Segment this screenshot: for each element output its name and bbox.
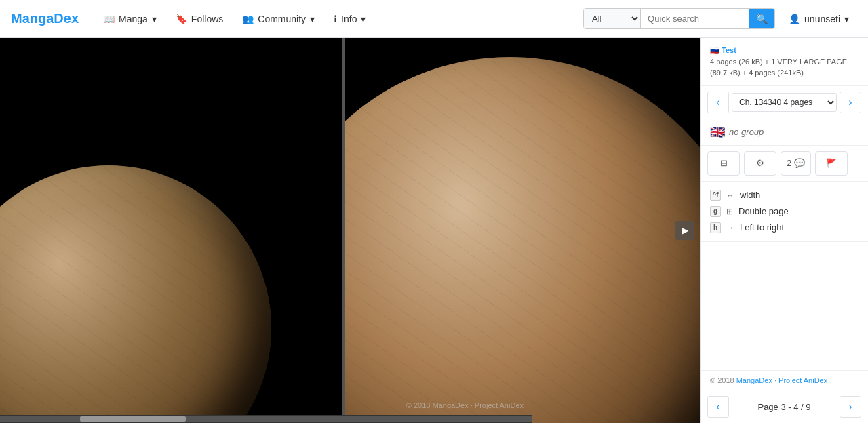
display-settings-button[interactable]: ⚙ xyxy=(744,151,776,176)
info-icon: ℹ xyxy=(334,14,337,24)
prev-page-button[interactable]: ‹ xyxy=(707,396,729,418)
user-menu[interactable]: 👤 ununseti ▾ xyxy=(781,9,857,28)
scrollbar-track xyxy=(0,416,532,422)
setting-row-direction: h → Left to right xyxy=(710,220,859,236)
sidebar: 🇷🇺 Test 4 pages (26 kB) + 1 VERY LARGE P… xyxy=(700,38,868,423)
brand-logo[interactable]: MangaDex xyxy=(11,11,79,26)
page-nav: ‹ Page 3 - 4 / 9 › xyxy=(701,390,868,423)
chapter-actions: ⊟ ⚙ 2 💬 🚩 xyxy=(701,146,868,182)
group-label: no group xyxy=(729,127,764,137)
sidebar-footer: © 2018 MangaDex · Project AniDex xyxy=(701,370,868,390)
search-input[interactable] xyxy=(641,9,749,28)
key-double[interactable]: g xyxy=(710,206,721,217)
search-group: All Manga Chapter Group Author 🔍 xyxy=(583,8,775,29)
navbar: MangaDex 📖 Manga ▾ 🔖 Follows 👥 Community… xyxy=(0,0,868,38)
direction-icon: → xyxy=(726,223,734,233)
double-page-icon: ⊞ xyxy=(726,207,733,216)
next-chapter-button[interactable]: › xyxy=(840,92,861,113)
title-flag: 🇷🇺 xyxy=(710,46,719,54)
nav-follows-label: Follows xyxy=(191,14,223,24)
mangadex-link[interactable]: MangaDex xyxy=(736,376,772,384)
info-line2: (89.7 kB) + 4 pages (241kB) xyxy=(710,68,804,77)
reader-next-arrow[interactable]: ▶ xyxy=(675,221,694,240)
gear-icon: ⚙ xyxy=(756,158,764,168)
search-category-select[interactable]: All Manga Chapter Group Author xyxy=(584,9,641,28)
planet-right-surface-texture xyxy=(345,57,700,423)
setting-row-double: g ⊞ Double page xyxy=(710,203,859,220)
nav-follows[interactable]: 🔖 Follows xyxy=(167,9,231,28)
comment-icon: 💬 xyxy=(794,158,805,168)
flag-button[interactable]: 🚩 xyxy=(815,151,848,176)
settings-panel: ^f ↔ width g ⊞ Double page h → Left to r… xyxy=(701,182,868,242)
info-line1: 4 pages (26 kB) + 1 VERY LARGE PAGE xyxy=(710,58,847,66)
page-info: Page 3 - 4 / 9 xyxy=(757,402,810,412)
search-button[interactable]: 🔍 xyxy=(749,9,774,28)
nav-community-label: Community xyxy=(258,14,306,24)
user-icon: 👤 xyxy=(789,14,800,24)
key-width[interactable]: ^f xyxy=(710,190,721,201)
flag-icon: 🚩 xyxy=(826,158,837,168)
direction-label: Left to right xyxy=(740,222,784,233)
key-direction[interactable]: h xyxy=(710,222,721,233)
page-left xyxy=(0,38,342,423)
width-label: width xyxy=(740,190,760,200)
next-page-button[interactable]: › xyxy=(840,396,861,418)
nav-manga-label: Manga xyxy=(119,14,148,24)
copyright-sidebar: © 2018 xyxy=(710,376,736,384)
main-layout: ▶ © 2018 MangaDex · Project AniDex 🇷🇺 Te… xyxy=(0,38,868,423)
planet-left-image xyxy=(0,165,271,423)
title-link[interactable]: Test xyxy=(722,46,736,54)
copyright-text: © 2018 MangaDex · Project AniDex xyxy=(406,401,524,409)
sidebar-info: 🇷🇺 Test 4 pages (26 kB) + 1 VERY LARGE P… xyxy=(701,38,868,86)
community-dropdown-icon: ▾ xyxy=(310,14,315,24)
comment-count: 2 xyxy=(787,158,791,168)
comments-button[interactable]: 2 💬 xyxy=(781,151,811,176)
nav-right: All Manga Chapter Group Author 🔍 👤 ununs… xyxy=(583,8,857,29)
double-page-label: Double page xyxy=(738,206,789,216)
chapter-select[interactable]: Ch. 134340 4 pages xyxy=(732,93,837,112)
width-icon: ↔ xyxy=(726,190,734,200)
info-dropdown-icon: ▾ xyxy=(361,14,366,24)
reader-area[interactable]: ▶ © 2018 MangaDex · Project AniDex xyxy=(0,38,700,423)
thumbnail-icon: ⊟ xyxy=(720,158,728,168)
nav-info[interactable]: ℹ Info ▾ xyxy=(326,9,374,28)
scrollbar-thumb[interactable] xyxy=(80,416,186,422)
planet-right-image xyxy=(345,57,700,423)
nav-manga[interactable]: 📖 Manga ▾ xyxy=(95,9,165,28)
language-flag: 🇬🇧 xyxy=(710,125,725,140)
community-icon: 👥 xyxy=(242,14,254,24)
page-right xyxy=(345,38,700,423)
horizontal-scrollbar[interactable] xyxy=(0,415,532,423)
chapter-nav: ‹ Ch. 134340 4 pages › xyxy=(701,86,868,119)
chapter-meta: 🇬🇧 no group xyxy=(701,119,868,146)
reader-settings-thumbnail-btn[interactable]: ⊟ xyxy=(707,151,740,176)
planet-surface-texture xyxy=(0,165,271,423)
manga-dropdown-icon: ▾ xyxy=(152,14,157,24)
nav-info-label: Info xyxy=(341,14,357,24)
username-label: ununseti xyxy=(804,14,840,24)
manga-icon: 📖 xyxy=(103,14,115,24)
follows-icon: 🔖 xyxy=(176,14,187,24)
prev-chapter-button[interactable]: ‹ xyxy=(707,92,729,113)
anidex-link[interactable]: Project AniDex xyxy=(778,376,827,384)
user-dropdown-icon: ▾ xyxy=(844,14,849,24)
nav-community[interactable]: 👥 Community ▾ xyxy=(234,9,323,28)
nav-items: 📖 Manga ▾ 🔖 Follows 👥 Community ▾ ℹ Info… xyxy=(95,9,583,28)
setting-row-width: ^f ↔ width xyxy=(710,187,859,203)
